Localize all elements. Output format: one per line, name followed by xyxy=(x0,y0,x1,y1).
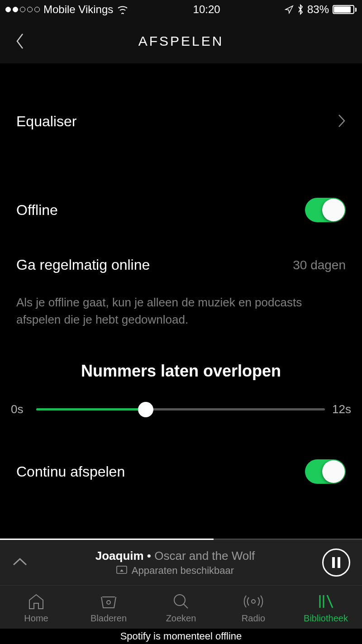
tab-search[interactable]: Zoeken xyxy=(145,592,217,624)
offline-toggle[interactable] xyxy=(305,198,346,222)
crossfade-min-label: 0s xyxy=(11,402,29,416)
battery-icon xyxy=(333,5,357,14)
clock-label: 10:20 xyxy=(193,3,220,16)
home-icon xyxy=(28,592,45,611)
mini-track-artist: Oscar and the Wolf xyxy=(154,549,255,563)
wifi-icon xyxy=(117,5,129,14)
carrier-label: Mobile Vikings xyxy=(43,3,113,16)
svg-point-1 xyxy=(107,601,110,604)
equaliser-row[interactable]: Equaliser xyxy=(0,63,362,139)
tab-radio-label: Radio xyxy=(242,613,265,624)
gapless-toggle[interactable] xyxy=(305,459,346,484)
offline-description: Als je offline gaat, kun je alleen de mu… xyxy=(0,281,362,328)
reconnect-label: Ga regelmatig online xyxy=(16,257,150,273)
browse-icon xyxy=(100,592,118,611)
slider-thumb[interactable] xyxy=(138,402,153,417)
signal-strength-icon xyxy=(5,7,40,12)
svg-point-3 xyxy=(252,600,255,603)
offline-banner: Spotify is momenteel offline xyxy=(0,629,362,644)
mini-player[interactable]: Joaquim • Oscar and the Wolf Apparaten b… xyxy=(0,540,362,585)
nav-header: AFSPELEN xyxy=(0,19,362,63)
status-bar: Mobile Vikings 10:20 83% xyxy=(0,0,362,19)
back-button[interactable] xyxy=(13,30,27,52)
mini-devices-row[interactable]: Apparaten beschikbaar xyxy=(28,565,322,577)
tab-search-label: Zoeken xyxy=(166,613,196,624)
gapless-label: Continu afspelen xyxy=(16,463,125,480)
gapless-row: Continu afspelen xyxy=(0,416,362,484)
cast-icon xyxy=(116,565,127,577)
tab-library-label: Bibliotheek xyxy=(304,613,348,624)
tab-radio[interactable]: Radio xyxy=(217,592,290,624)
chevron-right-icon xyxy=(338,114,346,130)
tab-library[interactable]: Bibliotheek xyxy=(290,592,362,624)
search-icon xyxy=(172,592,190,611)
battery-percent-label: 83% xyxy=(307,3,329,16)
reconnect-value: 30 dagen xyxy=(293,258,346,272)
bluetooth-icon xyxy=(297,4,304,15)
svg-point-2 xyxy=(174,595,185,606)
mini-track-line: Joaquim • Oscar and the Wolf xyxy=(28,549,322,563)
crossfade-max-label: 12s xyxy=(332,402,351,416)
crossfade-slider[interactable] xyxy=(36,408,325,410)
tab-browse-label: Bladeren xyxy=(90,613,127,624)
offline-label: Offline xyxy=(16,202,58,219)
radio-icon xyxy=(243,592,263,611)
reconnect-row: Ga regelmatig online 30 dagen xyxy=(0,231,362,281)
crossfade-heading: Nummers laten overlopen xyxy=(0,328,362,402)
mini-devices-label: Apparaten beschikbaar xyxy=(132,565,234,577)
tab-browse[interactable]: Bladeren xyxy=(72,592,145,624)
mini-expand-button[interactable] xyxy=(12,557,28,568)
tab-bar: Home Bladeren Zoeken Radio Bibliotheek xyxy=(0,585,362,629)
mini-track-title: Joaquim xyxy=(95,549,144,563)
tab-home[interactable]: Home xyxy=(0,592,72,624)
page-title: AFSPELEN xyxy=(138,33,224,49)
offline-row: Offline xyxy=(0,139,362,231)
tab-home-label: Home xyxy=(24,613,48,624)
mini-progress-fill xyxy=(0,539,214,540)
equaliser-label: Equaliser xyxy=(16,113,76,130)
library-icon xyxy=(317,592,334,611)
pause-icon xyxy=(332,557,340,568)
crossfade-slider-row: 0s 12s xyxy=(0,402,362,416)
pause-button[interactable] xyxy=(322,549,350,577)
location-icon xyxy=(285,5,294,14)
